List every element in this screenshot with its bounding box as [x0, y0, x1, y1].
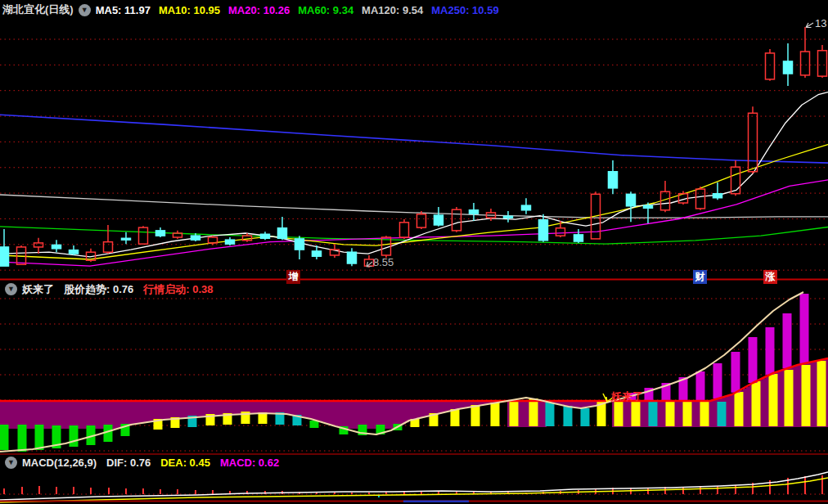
indicator-bar-above: [800, 294, 809, 363]
macd-name: MACD(12,26,9): [22, 457, 97, 469]
ma-line-ma10: [0, 145, 828, 260]
indicator-bar-below: [70, 425, 79, 447]
indicator-bar-below: [471, 405, 480, 426]
indicator-bar-above: [696, 371, 705, 401]
indicator-bar-below: [718, 402, 727, 426]
ma-line-ma5: [0, 92, 828, 257]
indicator-bar-below: [529, 398, 538, 426]
candle-down: [295, 239, 304, 250]
indicator-bar-below: [35, 425, 44, 450]
indicator-signal-label: 妖来了: [611, 389, 643, 404]
ma-line-ma120: [0, 195, 828, 218]
candle-up: [731, 167, 740, 194]
indicator-bar-below: [564, 406, 573, 426]
indicator-bar-below: [632, 402, 641, 426]
candle-down: [0, 247, 9, 266]
candle-down: [784, 61, 793, 74]
scrollbar-thumb: [403, 501, 469, 503]
stock-title: 湖北宜化(日线): [0, 2, 74, 17]
collapse-chevron-icon[interactable]: ▼: [79, 4, 91, 16]
candle-up: [749, 113, 758, 171]
candle-up: [104, 242, 113, 253]
candle-up: [34, 243, 43, 247]
indicator-bar-below: [735, 392, 744, 426]
dif-line: [0, 472, 828, 500]
ma-line-ma250: [0, 115, 828, 163]
ma120-value: MA120: 9.54: [362, 4, 423, 16]
signal-marker-cai: 财: [693, 270, 707, 284]
candle-up: [452, 209, 461, 231]
candle-down: [191, 236, 200, 240]
indicator-bar-below: [546, 403, 555, 426]
lowest-price-label: 8.55: [373, 256, 394, 268]
candle-up: [417, 214, 426, 227]
candle-down: [226, 240, 235, 244]
indicator-name: 妖来了: [22, 282, 54, 297]
candle-down: [713, 194, 722, 198]
ma20-value: MA20: 10.26: [228, 4, 290, 16]
candle-down: [122, 238, 131, 240]
stock-charts-canvas[interactable]: [0, 0, 828, 504]
candle-up: [696, 189, 705, 209]
dif-value: DIF: 0.76: [106, 457, 151, 469]
indicator-bar-below: [581, 408, 590, 426]
candle-up: [556, 228, 565, 236]
indicator-bar-above: [783, 313, 792, 368]
candle-down: [261, 234, 270, 238]
indicator-bar-above: [713, 363, 722, 398]
main-chart-header: 湖北宜化(日线) ▼ MA5: 11.97 MA10: 10.95 MA20: …: [0, 2, 507, 17]
indicator-bar-below: [666, 402, 675, 426]
highest-price-label: 13: [815, 17, 826, 29]
candle-down: [574, 235, 583, 241]
price-trend-value: 股价趋势: 0.76: [64, 282, 133, 297]
macd-value: MACD: 0.62: [220, 457, 279, 469]
dea-value: DEA: 0.45: [160, 457, 210, 469]
indicator-bar-above: [731, 352, 740, 393]
candle-down: [539, 220, 548, 241]
stock-app-window: 湖北宜化(日线) ▼ MA5: 11.97 MA10: 10.95 MA20: …: [0, 0, 828, 504]
candle-up: [139, 227, 148, 244]
candle-up: [818, 51, 827, 76]
candle-down: [52, 245, 61, 248]
candle-down: [278, 228, 287, 239]
ma-line-ma20: [0, 180, 828, 266]
indicator-bar-below: [451, 409, 460, 426]
indicator-bar-below: [700, 402, 709, 426]
indicator-bar-below: [769, 374, 778, 426]
indicator-bar-below: [785, 370, 794, 426]
indicator-bar-below: [752, 381, 761, 426]
indicator-bar-below: [649, 402, 658, 426]
indicator-bar-below: [683, 402, 692, 426]
signal-marker-zhang: 涨: [763, 270, 777, 284]
candle-up: [766, 53, 775, 79]
candle-up: [801, 52, 810, 75]
signal-marker-zeng: 增: [286, 270, 300, 284]
market-start-value: 行情启动: 0.38: [143, 282, 213, 297]
candle-up: [400, 223, 409, 237]
candle-down: [434, 215, 443, 225]
ma60-value: MA60: 9.34: [298, 4, 353, 16]
indicator-bar-below: [802, 365, 811, 426]
candle-down: [470, 210, 479, 214]
candle-down: [313, 251, 322, 256]
ma5-value: MA5: 11.97: [96, 4, 151, 16]
high-callout-arrow: [806, 23, 813, 28]
ma10-value: MA10: 10.95: [159, 4, 220, 16]
indicator-bar-above: [749, 337, 758, 383]
collapse-chevron-icon[interactable]: ▼: [5, 283, 17, 295]
dea-line: [0, 478, 828, 502]
indicator-panel-header: ▼ 妖来了 股价趋势: 0.76 行情启动: 0.38: [0, 282, 223, 296]
candle-down: [504, 216, 513, 218]
candle-down: [627, 194, 636, 205]
candle-down: [609, 172, 618, 188]
indicator-bar-below: [491, 403, 500, 426]
indicator-bar-below: [817, 361, 826, 426]
indicator-bar-above: [766, 327, 775, 375]
candle-down: [70, 250, 79, 254]
collapse-chevron-icon[interactable]: ▼: [5, 457, 17, 469]
candle-down: [348, 252, 357, 263]
candle-down: [644, 205, 653, 208]
candle-down: [156, 231, 165, 236]
macd-panel-header: ▼ MACD(12,26,9) DIF: 0.76 DEA: 0.45 MACD…: [0, 456, 289, 470]
indicator-bar-below: [510, 400, 519, 426]
